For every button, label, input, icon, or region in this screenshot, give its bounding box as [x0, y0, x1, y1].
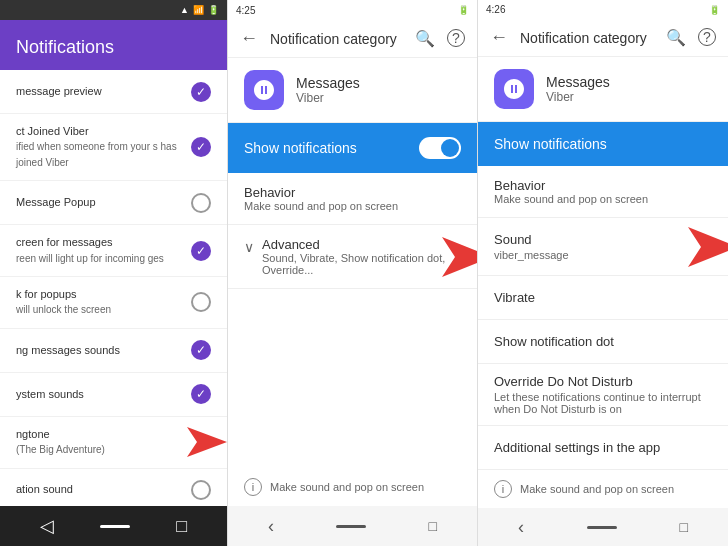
info-icon-2: i: [244, 478, 262, 496]
panel3-header-icons: 🔍 ?: [666, 28, 716, 47]
list-item[interactable]: Message Popup: [0, 181, 227, 225]
toggle-knob-2: [441, 139, 459, 157]
back-button-3[interactable]: ←: [490, 27, 508, 48]
notifications-header: Notifications: [0, 20, 227, 70]
info-row-2: i Make sound and pop on screen: [228, 468, 477, 506]
status-icons-1: ▲ 📶 🔋: [180, 5, 219, 15]
time-3: 4:26: [486, 4, 505, 15]
status-icons-3: ▲ ▲ 🔋: [683, 5, 720, 15]
sound-row[interactable]: Sound viber_message: [478, 218, 728, 276]
app-text-3: Messages Viber: [546, 74, 610, 104]
toggle-on-icon[interactable]: ✓: [191, 340, 211, 360]
toggle-off-icon[interactable]: [191, 292, 211, 312]
show-notifications-toggle-2[interactable]: [419, 137, 461, 159]
additional-settings-label: Additional settings in the app: [494, 440, 712, 455]
info-text-3: Make sound and pop on screen: [520, 483, 674, 495]
notifications-panel: ▲ 📶 🔋 Notifications message preview ✓ ct…: [0, 0, 228, 546]
advanced-row[interactable]: ∨ Advanced Sound, Vibrate, Show notifica…: [228, 225, 477, 289]
toggle-on-icon[interactable]: ✓: [191, 241, 211, 261]
behavior-row-2[interactable]: Behavior Make sound and pop on screen: [228, 173, 477, 225]
app-name-3: Messages: [546, 74, 610, 90]
list-item[interactable]: ng messages sounds ✓: [0, 329, 227, 373]
list-item[interactable]: ystem sounds ✓: [0, 373, 227, 417]
notifications-list: message preview ✓ ct Joined Viber ified …: [0, 70, 227, 506]
list-item[interactable]: ation sound: [0, 469, 227, 506]
toggle-on-icon[interactable]: ✓: [191, 82, 211, 102]
toggle-on-icon[interactable]: ✓: [191, 137, 211, 157]
list-item-ringtone[interactable]: ngtone (The Big Adventure): [0, 417, 227, 469]
vibrate-row[interactable]: Vibrate: [478, 276, 728, 320]
expand-icon: ∨: [244, 239, 254, 255]
upload-icon-2: ▲: [432, 5, 441, 15]
item-label: ngtone (The Big Adventure): [16, 427, 211, 458]
show-notifications-label-3: Show notifications: [494, 136, 607, 152]
status-bar-2: 4:25 ▲ ▲ 🔋: [228, 0, 477, 20]
help-button-3[interactable]: ?: [698, 28, 716, 46]
back-button-2[interactable]: ←: [240, 28, 258, 49]
panel3-header-left: ← Notification category: [490, 27, 647, 48]
nav-bar-1: ◁ □: [0, 506, 227, 546]
toggle-on-icon[interactable]: ✓: [191, 384, 211, 404]
red-arrow-2: [427, 232, 478, 282]
item-label: ct Joined Viber ified when someone from …: [16, 124, 191, 170]
wifi-icon-3: ▲: [696, 5, 705, 15]
red-arrow-3: [673, 222, 728, 272]
list-item[interactable]: k for popups will unlock the screen: [0, 277, 227, 329]
list-item[interactable]: creen for messages reen will light up fo…: [0, 225, 227, 277]
signal-icon: 📶: [193, 5, 204, 15]
time-2: 4:25: [236, 5, 255, 16]
help-button-2[interactable]: ?: [447, 29, 465, 47]
home-bar-2[interactable]: [336, 525, 366, 528]
svg-marker-2: [688, 227, 728, 267]
recents-nav-3[interactable]: □: [680, 519, 688, 535]
list-item[interactable]: message preview ✓: [0, 70, 227, 114]
item-label: ng messages sounds: [16, 343, 191, 358]
notifications-title: Notifications: [16, 37, 114, 58]
home-nav-bar[interactable]: [100, 525, 130, 528]
home-bar-3[interactable]: [587, 526, 617, 529]
viber-icon-2: [244, 70, 284, 110]
nav-bar-3: ‹ □: [478, 508, 728, 546]
back-nav-icon[interactable]: ◁: [40, 515, 54, 537]
show-notifications-row-3[interactable]: Show notifications: [478, 122, 728, 166]
behavior-sub-3: Make sound and pop on screen: [494, 193, 712, 205]
dnd-row[interactable]: Override Do Not Disturb Let these notifi…: [478, 364, 728, 426]
additional-settings-row[interactable]: Additional settings in the app: [478, 426, 728, 470]
recents-nav-icon[interactable]: □: [176, 516, 187, 537]
panel2-header-icons: 🔍 ?: [415, 29, 465, 48]
item-label: ystem sounds: [16, 387, 191, 402]
info-icon-3: i: [494, 480, 512, 498]
search-button-3[interactable]: 🔍: [666, 28, 686, 47]
show-notifications-row-2[interactable]: Show notifications: [228, 123, 477, 173]
panel2-title: Notification category: [270, 31, 397, 47]
vibrate-label: Vibrate: [494, 290, 712, 305]
back-nav-3[interactable]: ‹: [518, 517, 524, 538]
battery-icon: 🔋: [208, 5, 219, 15]
toggle-off-icon[interactable]: [191, 480, 211, 500]
item-label: ation sound: [16, 482, 191, 497]
battery-icon-3: 🔋: [709, 5, 720, 15]
svg-marker-1: [442, 237, 478, 277]
status-icons-2: ▲ ▲ 🔋: [432, 5, 469, 15]
app-info-2: Messages Viber: [228, 58, 477, 123]
app-sub-3: Viber: [546, 90, 610, 104]
back-nav-2[interactable]: ‹: [268, 516, 274, 537]
notification-dot-row[interactable]: Show notification dot: [478, 320, 728, 364]
dnd-label: Override Do Not Disturb: [494, 374, 712, 389]
behavior-label-2: Behavior: [244, 185, 461, 200]
recents-nav-2[interactable]: □: [429, 518, 437, 534]
panel3-topbar: ← Notification category 🔍 ?: [478, 19, 728, 57]
status-bar-3: 4:26 ▲ ▲ 🔋: [478, 0, 728, 19]
show-notifications-label-2: Show notifications: [244, 140, 357, 156]
list-item[interactable]: ct Joined Viber ified when someone from …: [0, 114, 227, 181]
search-button-2[interactable]: 🔍: [415, 29, 435, 48]
behavior-sub-2: Make sound and pop on screen: [244, 200, 461, 212]
behavior-row-3[interactable]: Behavior Make sound and pop on screen: [478, 166, 728, 218]
app-text-2: Messages Viber: [296, 75, 360, 105]
dnd-sub: Let these notifications continue to inte…: [494, 391, 712, 415]
panel3-title: Notification category: [520, 30, 647, 46]
toggle-off-icon[interactable]: [191, 193, 211, 213]
status-bar-1: ▲ 📶 🔋: [0, 0, 227, 20]
wifi-icon-2: ▲: [445, 5, 454, 15]
item-label: k for popups will unlock the screen: [16, 287, 191, 318]
